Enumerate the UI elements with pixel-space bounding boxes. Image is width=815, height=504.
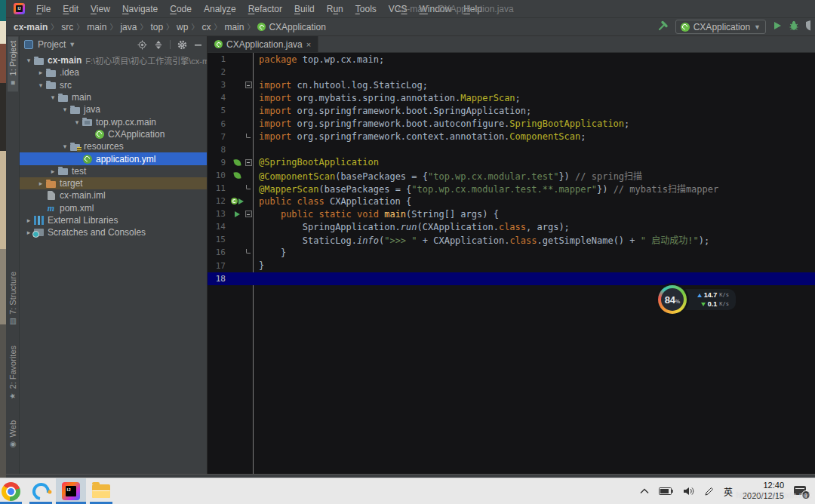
tool-window-button-web[interactable]: ◉Web xyxy=(8,416,18,453)
breadcrumb-class[interactable]: CXApplication xyxy=(257,22,325,32)
code-line-7[interactable]: 7import org.springframework.context.anno… xyxy=(208,131,815,143)
tree-item-test[interactable]: ▸test xyxy=(20,165,207,177)
tree-item-src[interactable]: ▾src xyxy=(20,79,207,91)
menu-navigate[interactable]: Navigate xyxy=(117,2,163,16)
code-editor[interactable]: 84% 14.7 K/s 0.1 K/s xyxy=(208,53,815,474)
tool-window-button--project[interactable]: ■1: Project xyxy=(8,36,18,91)
tree-item-external-libraries[interactable]: ▸External Libraries xyxy=(20,214,207,226)
tool-window-button--favorites[interactable]: ★2: Favorites xyxy=(8,341,18,404)
chevron-down-icon[interactable]: ▾ xyxy=(48,94,57,101)
code-line-16[interactable]: 16 } xyxy=(208,246,815,259)
chevron-down-icon[interactable]: ▼ xyxy=(69,41,75,48)
breadcrumb-item[interactable]: src xyxy=(61,22,73,32)
taskbar-idea[interactable]: IJ xyxy=(56,478,86,504)
clock[interactable]: 12:40 2020/12/15 xyxy=(743,481,784,502)
hide-panel-icon[interactable] xyxy=(194,41,202,49)
run-configuration-select[interactable]: CXApplication ▼ xyxy=(675,20,766,34)
breadcrumb-item[interactable]: main xyxy=(87,22,106,32)
code-line-2[interactable]: 2 xyxy=(208,66,815,78)
code-line-12[interactable]: 12public class CXApplication { xyxy=(208,195,815,207)
debug-button[interactable] xyxy=(789,20,799,34)
code-line-6[interactable]: 6import org.springframework.boot.autocon… xyxy=(208,117,815,130)
code-line-9[interactable]: 9@SpringBootApplication xyxy=(208,156,815,169)
menu-run[interactable]: Run xyxy=(321,2,349,16)
taskbar-chrome[interactable] xyxy=(0,478,26,504)
tab-cxapplication-java[interactable]: CXApplication.java × xyxy=(208,36,318,52)
tree-item-application-yml[interactable]: application.yml xyxy=(20,152,207,164)
code-line-15[interactable]: 15 StaticLog.info(">>> " + CXApplication… xyxy=(208,233,815,246)
code-line-8[interactable]: 8 xyxy=(208,143,815,156)
tray-chevron-up-icon[interactable] xyxy=(640,488,649,494)
code-line-5[interactable]: 5import org.springframework.boot.SpringA… xyxy=(208,104,815,117)
chevron-down-icon[interactable]: ▾ xyxy=(24,57,33,64)
tree-item-top-wp-cx-main[interactable]: ▾top.wp.cx.main xyxy=(20,115,207,128)
menu-tools[interactable]: Tools xyxy=(350,2,382,16)
code-line-10[interactable]: 10@ComponentScan(basePackages = {"top.wp… xyxy=(208,169,815,182)
menu-analyze[interactable]: Analyze xyxy=(198,2,241,16)
battery-icon[interactable] xyxy=(659,487,673,495)
fold-start-icon[interactable] xyxy=(244,81,253,88)
settings-gear-icon[interactable] xyxy=(177,40,187,50)
tree-item-target[interactable]: ▸target xyxy=(20,177,207,189)
chevron-down-icon[interactable]: ▾ xyxy=(60,106,69,113)
run-line-icon[interactable] xyxy=(235,211,240,217)
taskbar-tim[interactable] xyxy=(26,478,56,504)
build-hammer-icon[interactable] xyxy=(657,20,669,35)
chevron-right-icon[interactable]: ▸ xyxy=(36,180,45,187)
code-line-1[interactable]: 1package top.wp.cx.main; xyxy=(208,53,815,66)
menu-code[interactable]: Code xyxy=(165,2,197,16)
chevron-right-icon[interactable]: ▸ xyxy=(24,217,33,224)
fold-start-icon[interactable] xyxy=(244,159,253,166)
code-line-4[interactable]: 4import org.mybatis.spring.annotation.Ma… xyxy=(208,91,815,104)
breadcrumb-item[interactable]: cx-main xyxy=(14,22,48,32)
project-panel-title[interactable]: Project xyxy=(38,39,66,50)
code-line-11[interactable]: 11@MapperScan(basePackages = {"top.wp.cx… xyxy=(208,182,815,195)
run-line-icon[interactable] xyxy=(238,198,244,204)
code-line-14[interactable]: 14 SpringApplication.run(CXApplication.c… xyxy=(208,220,815,233)
breadcrumb-item[interactable]: wp xyxy=(177,22,188,32)
close-tab-icon[interactable]: × xyxy=(306,40,311,49)
collapse-all-icon[interactable] xyxy=(154,40,163,50)
code-line-17[interactable]: 17} xyxy=(208,260,815,272)
tree-item-cxapplication[interactable]: CXApplication xyxy=(20,128,207,140)
breadcrumb-item[interactable]: top xyxy=(150,22,163,32)
chevron-right-icon[interactable]: ▸ xyxy=(36,69,45,76)
taskbar-explorer[interactable] xyxy=(86,478,116,504)
run-button[interactable] xyxy=(772,20,783,34)
chevron-right-icon[interactable]: ▸ xyxy=(48,167,57,175)
code-line-3[interactable]: 3import cn.hutool.log.StaticLog; xyxy=(208,78,815,91)
ime-indicator[interactable]: 英 xyxy=(724,485,733,498)
fold-end-icon[interactable] xyxy=(244,136,253,138)
menu-edit[interactable]: Edit xyxy=(57,2,84,16)
action-center-icon[interactable]: 1 xyxy=(794,485,807,497)
coverage-shield-icon[interactable] xyxy=(805,20,810,34)
locate-file-icon[interactable] xyxy=(137,40,147,50)
speaker-icon[interactable] xyxy=(683,487,694,496)
chevron-down-icon[interactable]: ▾ xyxy=(60,143,69,150)
breadcrumb-item[interactable]: main xyxy=(224,22,244,32)
code-line-18[interactable]: 18 xyxy=(208,272,815,285)
chevron-down-icon[interactable]: ▾ xyxy=(36,81,45,89)
fold-start-icon[interactable] xyxy=(244,211,253,217)
code-line-13[interactable]: 13 public static void main(String[] args… xyxy=(208,207,815,220)
memory-percent-ring[interactable]: 84% xyxy=(658,285,687,314)
fold-end-icon[interactable] xyxy=(244,251,253,254)
menu-refactor[interactable]: Refactor xyxy=(243,2,288,16)
menu-build[interactable]: Build xyxy=(289,2,320,16)
menu-view[interactable]: View xyxy=(85,2,115,16)
tree-item-cx-main-iml[interactable]: cx-main.iml xyxy=(20,189,207,201)
fold-end-icon[interactable] xyxy=(244,187,253,189)
spring-bean-icon[interactable] xyxy=(233,158,241,166)
springboot-gutter-icon[interactable] xyxy=(231,198,238,204)
tree-item-main[interactable]: ▾main xyxy=(20,91,207,103)
tree-item-java[interactable]: ▾java xyxy=(20,103,207,115)
tree-item-resources[interactable]: ▾resources xyxy=(20,140,207,152)
breadcrumb-item[interactable]: java xyxy=(120,22,137,32)
spring-bean-icon[interactable] xyxy=(233,171,241,179)
pen-icon[interactable] xyxy=(704,487,714,496)
tree-item--idea[interactable]: ▸.idea xyxy=(20,66,207,78)
breadcrumb-item[interactable]: cx xyxy=(201,22,211,32)
menu-file[interactable]: File xyxy=(31,2,56,16)
net-speed-widget[interactable]: 84% 14.7 K/s 0.1 K/s xyxy=(658,285,736,314)
tree-item-pom-xml[interactable]: mpom.xml xyxy=(20,202,207,214)
